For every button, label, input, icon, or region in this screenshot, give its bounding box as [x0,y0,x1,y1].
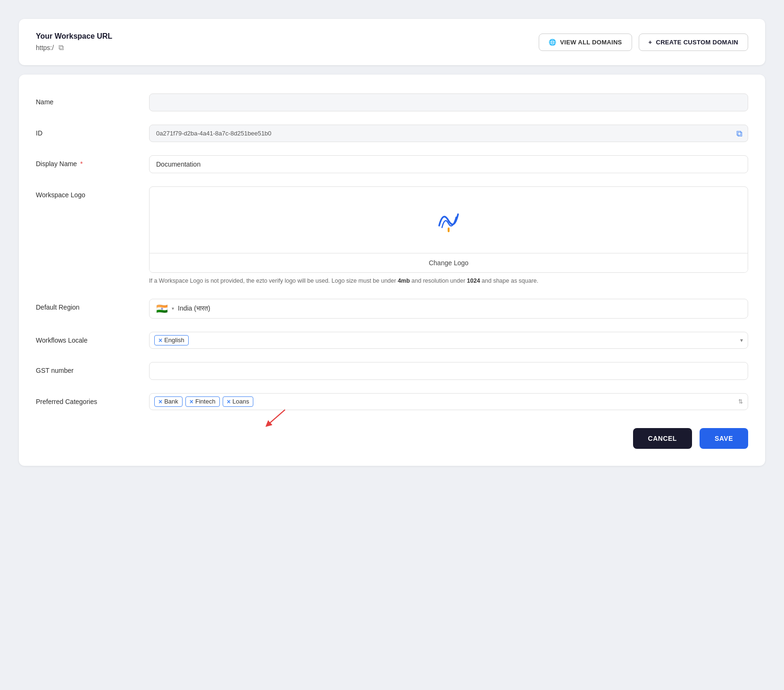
display-name-row: Display Name * [36,155,748,173]
gst-row: GST number [36,362,748,380]
workflows-locale-row: Workflows Locale × English ▾ [36,332,748,349]
url-row: https:/ ⧉ [36,43,112,52]
chevron-small-icon: ▾ [172,306,174,311]
category-tag-bank: × Bank [154,396,183,407]
gst-field-wrap [149,362,748,380]
name-input[interactable] [149,93,748,111]
top-action-buttons: 🌐 VIEW ALL DOMAINS + CREATE CUSTOM DOMAI… [539,34,748,51]
display-name-field-wrap [149,155,748,173]
locale-multi-select[interactable]: × English ▾ [149,332,748,349]
category-tag-loans: × Loans [223,396,254,407]
logo-display-area [150,187,748,253]
workspace-url-card: Your Workspace URL https:/ ⧉ 🌐 VIEW ALL … [19,19,765,65]
category-tag-remove-loans[interactable]: × [227,398,231,405]
locale-chevron-icon: ▾ [740,337,743,344]
copy-url-icon[interactable]: ⧉ [58,43,64,52]
categories-field-wrap: × Bank × Fintech × Loans ⇅ [149,393,748,410]
india-flag-icon: 🇮🇳 [156,303,168,314]
locale-tag-remove-english[interactable]: × [158,337,162,344]
category-tag-bank-label: Bank [164,398,178,405]
display-name-label: Display Name * [36,155,140,168]
workspace-logo-image [434,206,463,234]
workflows-locale-label: Workflows Locale [36,332,140,344]
create-custom-domain-button[interactable]: + CREATE CUSTOM DOMAIN [639,34,748,51]
view-all-domains-button[interactable]: 🌐 VIEW ALL DOMAINS [539,34,632,51]
plus-icon: + [649,39,652,46]
workspace-url-title: Your Workspace URL [36,32,112,41]
id-field-wrap: ⧉ [149,125,748,142]
id-row: ID ⧉ [36,125,748,142]
gst-input[interactable] [149,362,748,380]
locale-field-wrap: × English ▾ [149,332,748,349]
region-select[interactable]: 🇮🇳 ▾ India (भारत) [149,299,748,319]
categories-multi-select[interactable]: × Bank × Fintech × Loans ⇅ [149,393,748,410]
cancel-button[interactable]: CANCEL [633,428,692,449]
category-tag-remove-fintech[interactable]: × [190,398,193,405]
change-logo-button[interactable]: Change Logo [150,253,748,272]
id-input [149,125,748,142]
workspace-logo-row: Workspace Logo Change Logo [36,186,748,286]
main-form-card: Name ID ⧉ Display Name * Workspace Logo [19,75,765,466]
default-region-row: Default Region 🇮🇳 ▾ India (भारत) [36,299,748,319]
logo-container: Change Logo [149,186,748,273]
categories-chevron-icon: ⇅ [738,398,743,405]
logo-field-wrap: Change Logo If a Workspace Logo is not p… [149,186,748,286]
preferred-categories-label: Preferred Categories [36,393,140,405]
display-name-input[interactable] [149,155,748,173]
name-row: Name [36,93,748,111]
preferred-categories-row: Preferred Categories × Bank × Fintech × … [36,393,748,410]
workspace-url-value: https:/ [36,44,54,51]
id-label: ID [36,125,140,137]
workspace-logo-label: Workspace Logo [36,186,140,199]
category-tag-loans-label: Loans [233,398,249,405]
name-field-wrap [149,93,748,111]
locale-tag-label: English [164,337,184,344]
svg-line-2 [268,410,285,425]
locale-tag-english: × English [154,335,189,345]
region-field-wrap: 🇮🇳 ▾ India (भारत) [149,299,748,319]
required-asterisk: * [78,160,83,168]
name-label: Name [36,93,140,106]
region-value: India (भारत) [178,304,210,312]
default-region-label: Default Region [36,299,140,311]
form-actions: CANCEL SAVE [36,423,748,449]
category-tag-fintech-label: Fintech [195,398,216,405]
id-copy-icon[interactable]: ⧉ [736,128,742,138]
category-tag-fintech: × Fintech [185,396,220,407]
logo-hint-text: If a Workspace Logo is not provided, the… [149,277,748,286]
category-tag-remove-bank[interactable]: × [158,398,162,405]
globe-icon: 🌐 [549,39,556,46]
url-section: Your Workspace URL https:/ ⧉ [36,32,112,52]
gst-label: GST number [36,362,140,374]
save-button[interactable]: SAVE [700,428,748,449]
red-arrow-annotation [262,405,291,429]
